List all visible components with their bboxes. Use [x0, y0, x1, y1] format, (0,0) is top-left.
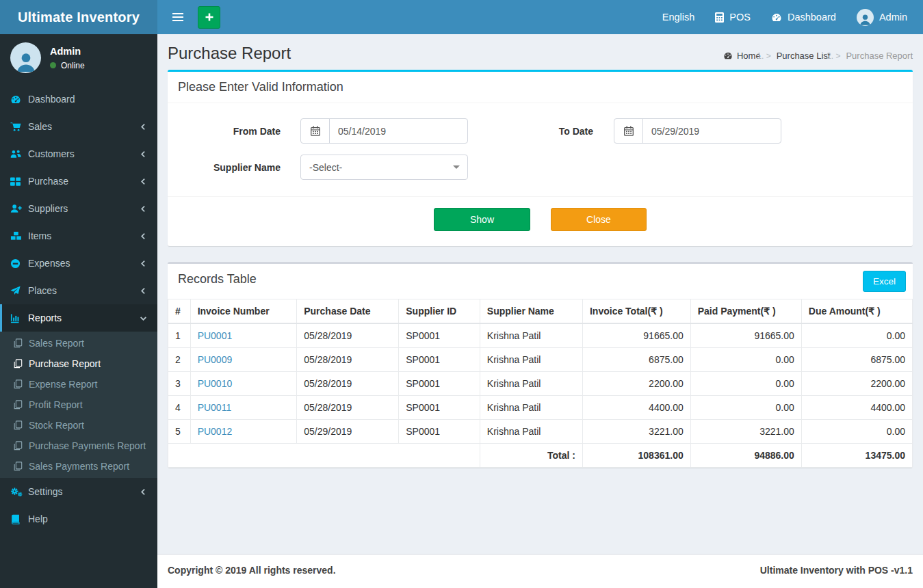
sidebar-item-sales-payments-report[interactable]: Sales Payments Report	[0, 456, 157, 477]
sidebar-item-customers[interactable]: Customers	[0, 140, 157, 168]
sidebar-toggle-button[interactable]	[163, 0, 193, 34]
chevron-left-icon	[140, 178, 147, 185]
user-label: Admin	[879, 12, 907, 23]
sidebar-item-expenses[interactable]: Expenses	[0, 250, 157, 277]
sidebar-item-help[interactable]: Help	[0, 505, 157, 533]
sidebar-item-expense-report[interactable]: Expense Report	[0, 374, 157, 395]
supplier-select-wrap: -Select-	[300, 155, 468, 180]
records-card: Records Table Excel # Invoice Number Pur…	[168, 262, 913, 468]
to-date-input[interactable]	[643, 119, 781, 143]
sidebar-item-stock-report[interactable]: Stock Report	[0, 415, 157, 436]
files-icon	[13, 441, 23, 451]
col-purchase-date: Purchase Date	[297, 299, 399, 324]
chevron-left-icon	[140, 287, 147, 295]
invoice-link[interactable]: PU0010	[198, 378, 233, 389]
quick-add-button[interactable]	[198, 6, 220, 29]
sidebar-item-sales[interactable]: Sales	[0, 113, 157, 140]
sidebar-user-panel: Admin Online	[0, 34, 157, 83]
gears-icon	[10, 487, 21, 497]
invoice-link[interactable]: PU0001	[198, 330, 233, 341]
filter-card-footer: Show Close	[168, 196, 913, 246]
records-card-title: Records Table	[168, 264, 913, 295]
dashboard-link[interactable]: Dashboard	[761, 0, 846, 34]
navbar-right: English POS Dashboard Admin	[652, 0, 918, 34]
chevron-left-icon	[140, 488, 147, 496]
sidebar-item-purchase-payments-report[interactable]: Purchase Payments Report	[0, 436, 157, 456]
user-menu[interactable]: Admin	[846, 0, 918, 34]
page-title: Purchase Report	[168, 44, 291, 63]
total-label: Total :	[480, 444, 582, 468]
breadcrumb-home[interactable]: Home	[723, 51, 761, 61]
table-header-row: # Invoice Number Purchase Date Supplier …	[168, 299, 913, 324]
sidebar-item-purchase[interactable]: Purchase	[0, 168, 157, 195]
tachometer-icon	[10, 94, 21, 105]
language-menu[interactable]: English	[652, 0, 705, 34]
sidebar-item-items[interactable]: Items	[0, 222, 157, 250]
online-label: Online	[61, 61, 85, 70]
hamburger-icon	[172, 12, 184, 22]
calendar-icon[interactable]	[614, 119, 643, 143]
user-info: Admin Online	[50, 46, 85, 70]
sidebar-item-purchase-report[interactable]: Purchase Report	[0, 353, 157, 374]
supplier-select[interactable]: -Select-	[300, 155, 468, 180]
paper-plane-icon	[10, 286, 21, 296]
page-footer: Copyright © 2019 All rights reserved. Ul…	[157, 554, 923, 588]
breadcrumb-purchase-list[interactable]: Purchase List	[777, 51, 831, 61]
col-index: #	[168, 299, 191, 324]
to-date-group	[614, 118, 781, 144]
language-label: English	[662, 12, 695, 23]
brand-logo[interactable]: Ultimate Inventory	[0, 0, 157, 34]
sidebar-item-suppliers[interactable]: Suppliers	[0, 195, 157, 222]
sidebar: Admin Online Dashboard Sales Customers P…	[0, 34, 157, 588]
user-status: Online	[50, 61, 85, 70]
home-dashboard-icon	[723, 51, 733, 60]
invoice-link[interactable]: PU0012	[198, 426, 233, 437]
book-icon	[10, 514, 21, 524]
files-icon	[13, 420, 23, 430]
sidebar-item-sales-report[interactable]: Sales Report	[0, 333, 157, 353]
calendar-icon[interactable]	[301, 119, 330, 143]
col-supplier-name: Supplier Name	[480, 299, 582, 324]
invoice-link[interactable]: PU0009	[198, 354, 233, 365]
chevron-left-icon	[140, 205, 147, 213]
sidebar-item-places[interactable]: Places	[0, 277, 157, 304]
sidebar-item-reports[interactable]: Reports Sales Report Purchase Report Exp…	[0, 304, 157, 478]
invoice-link[interactable]: PU0011	[198, 402, 232, 413]
user-name: Admin	[50, 46, 85, 57]
grid-icon	[10, 176, 21, 187]
sidebar-item-profit-report[interactable]: Profit Report	[0, 395, 157, 415]
from-date-input[interactable]	[330, 119, 467, 143]
navbar: English POS Dashboard Admin	[157, 0, 923, 34]
avatar	[10, 42, 41, 73]
online-dot-icon	[50, 62, 56, 68]
avatar	[857, 9, 874, 26]
content-wrapper: Purchase Report Home > Purchase List > P…	[157, 0, 923, 554]
table-row: 5 PU0012 05/29/2019 SP0001 Krishna Patil…	[168, 420, 913, 444]
close-button[interactable]: Close	[551, 208, 647, 231]
chevron-left-icon	[140, 150, 147, 158]
chevron-left-icon	[140, 260, 147, 267]
chevron-down-icon	[140, 315, 147, 322]
files-icon	[13, 379, 23, 389]
plus-icon	[205, 12, 214, 22]
breadcrumb-current: Purchase Report	[846, 51, 913, 61]
filter-card: Please Enter Valid Information From Date…	[168, 70, 913, 246]
breadcrumb-separator: >	[835, 51, 840, 61]
users-icon	[10, 149, 21, 159]
col-paid-payment: Paid Payment(₹ )	[690, 299, 801, 324]
cart-icon	[10, 122, 21, 132]
total-invoice-total: 108361.00	[582, 444, 690, 468]
records-table: # Invoice Number Purchase Date Supplier …	[168, 299, 913, 468]
sidebar-item-dashboard[interactable]: Dashboard	[0, 85, 157, 113]
show-button[interactable]: Show	[434, 208, 530, 231]
cubes-icon	[10, 231, 21, 241]
sidebar-item-settings[interactable]: Settings	[0, 478, 157, 505]
table-total-row: Total : 108361.00 94886.00 13475.00	[168, 444, 913, 468]
chevron-left-icon	[140, 232, 147, 240]
tachometer-icon	[771, 12, 782, 23]
excel-export-button[interactable]: Excel	[863, 271, 906, 292]
pos-link[interactable]: POS	[705, 0, 761, 34]
total-due-amount: 13475.00	[801, 444, 912, 468]
table-row: 2 PU0009 05/28/2019 SP0001 Krishna Patil…	[168, 348, 913, 372]
to-date-label: To Date	[468, 126, 593, 137]
